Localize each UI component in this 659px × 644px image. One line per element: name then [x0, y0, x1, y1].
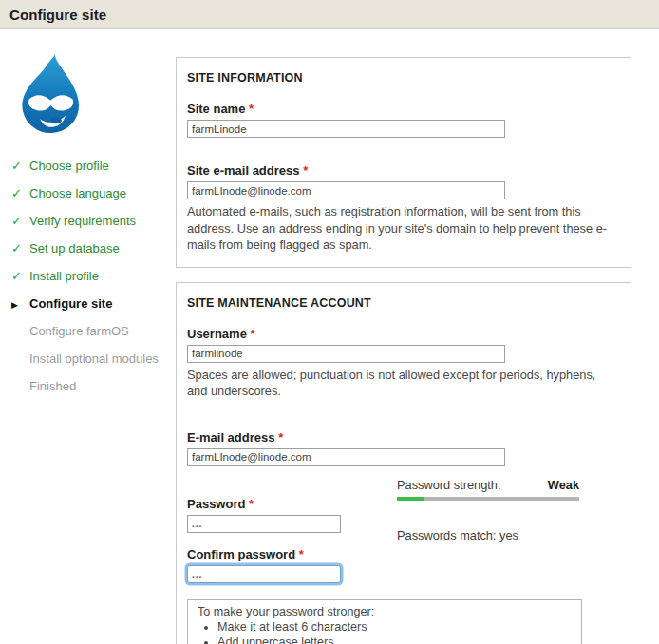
password-suggestions-intro: To make your password stronger: — [198, 605, 572, 618]
task-finished: Finished — [11, 379, 175, 407]
task-label: Configure farmOS — [29, 324, 129, 338]
account-email-label: E-mail address * — [187, 430, 618, 445]
check-icon: ✓ — [11, 269, 29, 283]
task-choose-profile: ✓ Choose profile — [11, 159, 175, 186]
task-set-up-database: ✓ Set up database — [11, 241, 175, 269]
fieldset-site-information: SITE INFORMATION Site name * Site e-mail… — [176, 57, 631, 268]
task-label: Configure site — [29, 296, 112, 311]
username-description: Spaces are allowed; punctuation is not a… — [187, 367, 616, 400]
druplicon-icon — [13, 53, 89, 137]
suggestion-item: Add uppercase letters — [217, 636, 572, 644]
task-install-profile: ✓ Install profile — [11, 269, 175, 296]
drupal-logo — [13, 53, 89, 137]
account-email-input[interactable] — [187, 448, 505, 466]
task-configure-site: ▶ Configure site — [11, 296, 175, 324]
required-marker: * — [249, 497, 254, 511]
username-input[interactable] — [187, 345, 505, 363]
site-email-label: Site e-mail address * — [187, 163, 618, 178]
required-marker: * — [251, 327, 255, 341]
password-strength-value: Weak — [548, 478, 579, 492]
fieldset-site-maintenance-account: SITE MAINTENANCE ACCOUNT Username * Spac… — [176, 282, 631, 644]
configure-site-form: SITE INFORMATION Site name * Site e-mail… — [176, 57, 631, 644]
password-suggestions-box: To make your password stronger: Make it … — [187, 599, 582, 644]
password-suggestions-list: Make it at least 6 characters Add upperc… — [198, 621, 572, 644]
required-marker: * — [278, 430, 283, 445]
required-marker: * — [299, 547, 304, 561]
check-icon: ✓ — [11, 186, 29, 200]
task-install-optional-modules: Install optional modules — [11, 351, 175, 379]
password-strength-bar — [397, 497, 579, 501]
installer-task-list: ✓ Choose profile ✓ Choose language ✓ Ver… — [11, 159, 175, 407]
task-label: Finished — [29, 379, 76, 393]
site-email-description: Automated e-mails, such as registration … — [187, 203, 616, 254]
confirm-password-input[interactable] — [187, 565, 341, 583]
password-strength-bar-fill — [397, 497, 424, 501]
required-marker: * — [249, 102, 254, 116]
required-marker: * — [303, 163, 308, 178]
site-email-input[interactable] — [187, 181, 505, 199]
check-icon: ✓ — [11, 159, 29, 173]
password-input[interactable] — [187, 515, 341, 533]
task-label: Verify requirements — [29, 214, 136, 228]
confirm-password-label: Confirm password * — [187, 547, 618, 561]
task-label: Install profile — [29, 269, 99, 283]
task-label: Install optional modules — [29, 351, 159, 366]
task-label: Choose profile — [29, 159, 109, 173]
task-verify-requirements: ✓ Verify requirements — [11, 214, 175, 241]
header-bar: Configure site — [0, 0, 659, 29]
task-choose-language: ✓ Choose language — [11, 186, 175, 214]
task-label: Set up database — [29, 241, 120, 256]
username-label: Username * — [187, 327, 618, 341]
password-strength-label: Password strength: — [397, 478, 501, 492]
task-configure-farmos: Configure farmOS — [11, 324, 175, 351]
password-feedback-aside: Password strength: Weak Passwords match:… — [397, 478, 579, 542]
suggestion-item: Make it at least 6 characters — [217, 621, 572, 634]
task-label: Choose language — [29, 186, 126, 200]
site-name-input[interactable] — [187, 120, 505, 138]
page-title: Configure site — [0, 7, 106, 23]
maintenance-account-legend: SITE MAINTENANCE ACCOUNT — [187, 283, 618, 310]
check-icon: ✓ — [11, 241, 29, 256]
check-icon: ✓ — [11, 214, 29, 228]
passwords-match-text: Passwords match: yes — [397, 528, 579, 542]
site-information-legend: SITE INFORMATION — [187, 58, 618, 85]
site-name-label: Site name * — [187, 102, 618, 116]
arrow-right-icon: ▶ — [11, 296, 29, 313]
password-strength-row: Password strength: Weak — [397, 478, 579, 492]
